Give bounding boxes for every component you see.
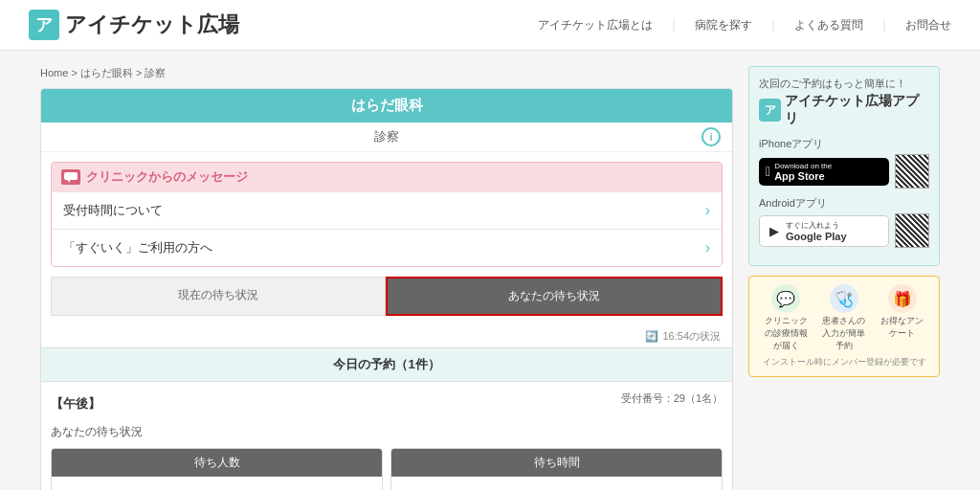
clinic-subtitle: 診察	[374, 128, 399, 145]
appstore-line1: Download on the	[774, 162, 832, 170]
message-section: クリニックからのメッセージ 受付時間について › 「すぐいく」ご利用の方へ ›	[51, 162, 723, 267]
time-label: 16:54の状況	[662, 329, 721, 344]
feature-item-0: 💬 クリニックの診療情報が届く	[761, 284, 811, 352]
appstore-line2: App Store	[774, 170, 832, 182]
afternoon-row: 【午後】 受付番号：29（1名）	[51, 391, 723, 420]
left-panel: Home > はらだ眼科 > 診察 はらだ眼科 診察 i クリニックからのメッセ…	[40, 66, 733, 490]
googleplay-line1: すぐに入れよう	[786, 220, 847, 231]
waiting-time-box: 待ち時間 約 25 分 ⬅	[390, 448, 723, 490]
app-brand-name: アイチケット広場アプリ	[785, 93, 929, 127]
nav-divider2: ｜	[768, 17, 779, 33]
waiting-status-label: あなたの待ち状況	[51, 424, 723, 440]
right-panel: 次回のご予約はもっと簡単に！ ア アイチケット広場アプリ iPhoneアプリ …	[748, 66, 940, 490]
message-item-1[interactable]: 受付時間について ›	[52, 191, 722, 229]
googleplay-line2: Google Play	[786, 231, 847, 242]
feature-icon-gift: 🎁	[888, 284, 917, 313]
appstore-text: Download on the App Store	[774, 162, 832, 182]
breadcrumb: Home > はらだ眼科 > 診察	[40, 66, 733, 80]
reception-number: 受付番号：29（1名）	[621, 391, 723, 406]
clinic-name: はらだ眼科	[41, 89, 732, 122]
message-title: クリニックからのメッセージ	[86, 168, 248, 186]
tab-your-status[interactable]: あなたの待ち状況	[386, 277, 723, 316]
header: ア アイチケット広場 アイチケット広場とは ｜ 病院を探す ｜ よくある質問 ｜…	[0, 0, 980, 51]
chevron-icon-2: ›	[705, 239, 710, 256]
app-promo-brand: ア アイチケット広場アプリ	[759, 93, 929, 127]
tab-current-status[interactable]: 現在の待ち状況	[51, 277, 386, 316]
app-brand-icon: ア	[759, 99, 781, 122]
info-icon[interactable]: i	[702, 127, 721, 146]
waiting-count-body: 5 番 ⬅	[52, 477, 382, 490]
nav-divider1: ｜	[668, 17, 679, 33]
reservation-header: 今日の予約（1件）	[41, 347, 732, 382]
feature-label-2: お得なアンケート	[880, 316, 924, 338]
clock-icon: 🔄	[645, 330, 658, 343]
nav: アイチケット広場とは ｜ 病院を探す ｜ よくある質問 ｜ お問合せ	[538, 17, 951, 33]
waiting-count-box: 待ち人数 5 番 ⬅	[51, 448, 383, 490]
chevron-icon-1: ›	[705, 202, 710, 219]
nav-find-hospital[interactable]: 病院を探す	[695, 17, 752, 33]
feature-label-1: 患者さんの入力が簡単予約	[822, 316, 865, 350]
appstore-button[interactable]:  Download on the App Store	[759, 158, 889, 186]
clinic-subheader: 診察 i	[41, 122, 732, 152]
feature-icon-medical: 🩺	[830, 284, 858, 313]
iphone-store-row: iPhoneアプリ  Download on the App Store	[759, 137, 929, 189]
googleplay-button[interactable]: ▶ すぐに入れよう Google Play	[759, 215, 889, 247]
nav-about[interactable]: アイチケット広場とは	[538, 17, 653, 33]
time-info: 🔄 16:54の状況	[41, 325, 732, 347]
google-play-icon: ▶	[767, 223, 782, 238]
apple-icon: 	[766, 164, 770, 179]
waiting-boxes: 待ち人数 5 番 ⬅ 待ち時間 約 25 分	[51, 448, 723, 490]
android-label: Androidアプリ	[759, 196, 929, 211]
clinic-card: はらだ眼科 診察 i クリニックからのメッセージ 受付時間について ›	[40, 88, 733, 490]
message-header: クリニックからのメッセージ	[52, 163, 722, 191]
android-store-btn-qr: ▶ すぐに入れよう Google Play	[759, 213, 929, 248]
app-promo: 次回のご予約はもっと簡単に！ ア アイチケット広場アプリ iPhoneアプリ …	[748, 66, 940, 266]
logo-text: アイチケット広場	[65, 11, 239, 39]
message-chat-icon	[61, 169, 80, 185]
install-note: インストール時にメンバー登録が必要です	[757, 356, 931, 368]
afternoon-label: 【午後】	[51, 391, 100, 416]
status-tabs: 現在の待ち状況 あなたの待ち状況	[51, 277, 723, 316]
reservation-section: 【午後】 受付番号：29（1名） あなたの待ち状況 待ち人数 5 番 ⬅	[41, 382, 732, 490]
nav-faq[interactable]: よくある質問	[794, 17, 863, 33]
waiting-time-body: 約 25 分 ⬅	[391, 477, 722, 490]
iphone-store-btn-qr:  Download on the App Store	[759, 154, 929, 189]
waiting-count-header: 待ち人数	[52, 449, 382, 477]
feature-item-1: 🩺 患者さんの入力が簡単予約	[819, 284, 869, 352]
nav-contact[interactable]: お問合せ	[905, 17, 951, 33]
logo: ア アイチケット広場	[29, 10, 239, 40]
svg-rect-0	[64, 172, 78, 180]
svg-marker-1	[67, 180, 70, 183]
feature-item-2: 🎁 お得なアンケート	[878, 284, 927, 352]
googleplay-text: すぐに入れよう Google Play	[786, 220, 847, 242]
feature-icon-chat: 💬	[771, 284, 800, 313]
googleplay-qr	[895, 213, 929, 248]
logo-icon: ア	[29, 10, 59, 40]
message-item-2-text: 「すぐいく」ご利用の方へ	[63, 239, 212, 256]
android-store-row: Androidアプリ ▶ すぐに入れよう Google Play	[759, 196, 929, 248]
appstore-qr	[895, 154, 929, 189]
feature-label-0: クリニックの診療情報が届く	[765, 316, 808, 350]
nav-divider3: ｜	[879, 17, 890, 33]
waiting-time-header: 待ち時間	[391, 449, 722, 477]
message-item-2[interactable]: 「すぐいく」ご利用の方へ ›	[52, 229, 722, 266]
main-content: Home > はらだ眼科 > 診察 はらだ眼科 診察 i クリニックからのメッセ…	[21, 66, 959, 490]
feature-strip: 💬 クリニックの診療情報が届く 🩺 患者さんの入力が簡単予約 🎁 お得なアンケー…	[748, 276, 940, 377]
message-item-1-text: 受付時間について	[63, 202, 163, 219]
iphone-label: iPhoneアプリ	[759, 137, 929, 151]
app-promo-title: 次回のご予約はもっと簡単に！	[759, 77, 929, 91]
feature-items: 💬 クリニックの診療情報が届く 🩺 患者さんの入力が簡単予約 🎁 お得なアンケー…	[757, 284, 931, 352]
